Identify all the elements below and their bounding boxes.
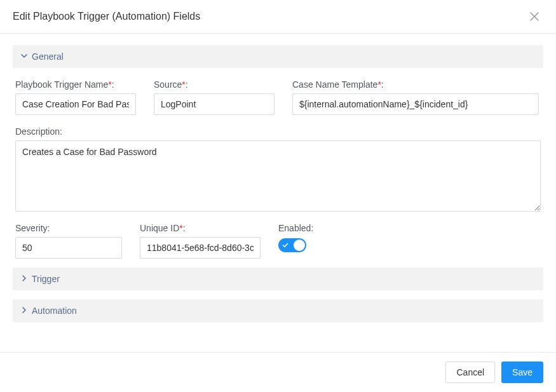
section-label-general: General xyxy=(32,51,64,62)
cancel-button[interactable]: Cancel xyxy=(445,362,495,383)
dialog-header: Edit Playbook Trigger (Automation) Field… xyxy=(0,0,556,34)
close-icon xyxy=(530,12,539,21)
chevron-right-icon xyxy=(20,274,28,284)
label-unique-id: Unique ID*: xyxy=(140,223,261,233)
dialog: Edit Playbook Trigger (Automation) Field… xyxy=(0,0,556,392)
field-case-name-template: Case Name Template*: xyxy=(292,79,539,115)
input-severity[interactable] xyxy=(15,237,122,259)
label-colon: : xyxy=(186,79,188,90)
label-colon: : xyxy=(381,79,384,90)
label-enabled: Enabled: xyxy=(278,223,313,233)
label-trigger-name-text: Playbook Trigger Name xyxy=(15,79,108,90)
label-unique-id-text: Unique ID xyxy=(140,223,179,233)
dialog-title: Edit Playbook Trigger (Automation) Field… xyxy=(13,11,200,22)
row-description: Description: xyxy=(15,126,541,212)
close-button[interactable] xyxy=(527,9,542,24)
section-label-automation: Automation xyxy=(32,306,77,316)
check-icon xyxy=(282,242,288,248)
chevron-right-icon xyxy=(20,306,28,316)
chevron-down-icon xyxy=(20,51,28,62)
label-trigger-name: Playbook Trigger Name*: xyxy=(15,79,136,90)
field-severity: Severity: xyxy=(15,223,122,259)
label-source-text: Source xyxy=(154,79,182,90)
row-3: Severity: Unique ID*: Enabled: xyxy=(15,223,541,259)
input-trigger-name[interactable] xyxy=(15,93,136,115)
input-unique-id[interactable] xyxy=(140,237,261,259)
dialog-footer: Cancel Save xyxy=(0,352,556,392)
label-source: Source*: xyxy=(154,79,275,90)
field-unique-id: Unique ID*: xyxy=(140,223,261,259)
section-header-automation[interactable]: Automation xyxy=(13,299,543,322)
label-case-name-template: Case Name Template*: xyxy=(292,79,539,90)
section-header-general[interactable]: General xyxy=(13,45,543,68)
section-gap xyxy=(13,290,543,299)
textarea-description[interactable] xyxy=(15,140,541,212)
field-trigger-name: Playbook Trigger Name*: xyxy=(15,79,136,115)
label-case-name-template-text: Case Name Template xyxy=(292,79,377,90)
section-label-trigger: Trigger xyxy=(32,274,60,284)
section-body-general: Playbook Trigger Name*: Source*: Case Na… xyxy=(13,68,543,267)
toggle-knob xyxy=(294,240,305,251)
input-case-name-template[interactable] xyxy=(292,93,539,115)
save-button[interactable]: Save xyxy=(501,362,543,383)
label-colon: : xyxy=(112,79,114,90)
dialog-body: General Playbook Trigger Name*: Source*: xyxy=(0,34,556,352)
input-source[interactable] xyxy=(154,93,275,115)
row-1: Playbook Trigger Name*: Source*: Case Na… xyxy=(15,79,541,115)
toggle-enabled[interactable] xyxy=(278,238,306,252)
label-colon: : xyxy=(183,223,186,233)
section-header-trigger[interactable]: Trigger xyxy=(13,267,543,290)
label-severity: Severity: xyxy=(15,223,122,233)
label-description: Description: xyxy=(15,126,541,137)
field-source: Source*: xyxy=(154,79,275,115)
field-enabled: Enabled: xyxy=(278,223,313,259)
